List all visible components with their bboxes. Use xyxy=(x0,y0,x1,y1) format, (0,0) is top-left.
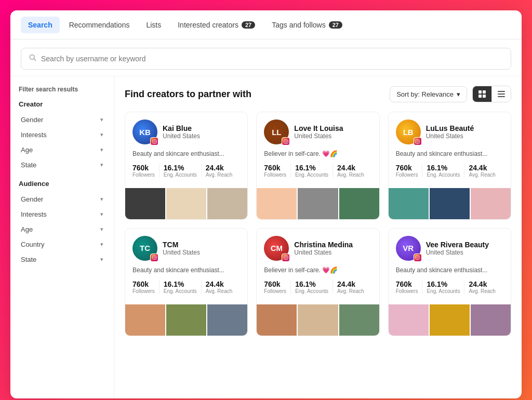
creator-name: TCM xyxy=(163,241,200,249)
avatar-wrap: VR xyxy=(396,236,421,261)
list-view-button[interactable] xyxy=(492,86,511,102)
creator-filter-state[interactable]: State▾ xyxy=(19,157,105,172)
sort-chevron-icon: ▾ xyxy=(457,90,460,98)
creator-filter-gender[interactable]: Gender▾ xyxy=(19,112,105,127)
audience-filter-state[interactable]: State▾ xyxy=(19,252,105,267)
avatar-wrap: CM xyxy=(264,236,289,261)
stats-row: 760k Followers 16.1% Eng. Accounts 24.4k… xyxy=(396,280,503,294)
strip-image-0 xyxy=(389,304,429,336)
chevron-down-icon: ▾ xyxy=(100,196,103,203)
reach-value: 24.4k xyxy=(337,164,364,172)
stat-divider xyxy=(464,280,464,294)
svg-rect-24 xyxy=(416,256,420,260)
svg-rect-2 xyxy=(478,90,482,94)
eng-value: 16.1% xyxy=(427,280,460,288)
filter-title: Filter search results xyxy=(19,86,105,93)
creator-info: Christina Medina United States xyxy=(294,241,353,256)
creator-section-label: Creator xyxy=(19,100,105,108)
creator-card[interactable]: LL Love It Louisa United States Beli xyxy=(256,112,379,220)
chevron-down-icon: ▾ xyxy=(100,226,103,233)
creator-info: TCM United States xyxy=(163,241,200,256)
stat-reach: 24.4k Avg. Reach xyxy=(469,164,496,178)
creator-bio: Beauty and skincare enthusiast... xyxy=(132,266,240,275)
audience-filter-interests[interactable]: Interests▾ xyxy=(19,207,105,222)
search-input[interactable] xyxy=(41,55,503,63)
badge-tags: 27 xyxy=(329,21,342,29)
followers-label: Followers xyxy=(396,172,418,178)
sort-label: Sort by: Relevance xyxy=(396,90,454,98)
instagram-badge-icon xyxy=(282,254,290,262)
strip-image-1 xyxy=(166,304,206,336)
instagram-badge-icon xyxy=(150,254,158,262)
content-header: Find creators to partner with Sort by: R… xyxy=(125,86,511,102)
creator-card[interactable]: KB Kai Blue United States Beauty and xyxy=(125,112,248,220)
audience-filter-country[interactable]: Country▾ xyxy=(19,237,105,252)
stats-row: 760k Followers 16.1% Eng. Accounts 24.4k… xyxy=(132,164,240,178)
stats-row: 760k Followers 16.1% Eng. Accounts 24.4k… xyxy=(264,280,371,294)
creator-bio: Beauty and skincare enthusiast... xyxy=(396,266,503,275)
creator-card[interactable]: CM Christina Medina United States Be xyxy=(256,228,379,336)
creator-card[interactable]: LB LuLus Beauté United States Beauty xyxy=(388,112,511,220)
creator-card[interactable]: TC TCM United States Beauty and skin xyxy=(125,228,248,336)
badge-interested: 27 xyxy=(242,21,255,29)
stat-divider xyxy=(332,280,333,294)
nav-tab-search[interactable]: Search xyxy=(21,17,60,33)
creator-info: LuLus Beauté United States xyxy=(426,124,474,140)
card-top: KB Kai Blue United States Beauty and xyxy=(125,112,247,188)
nav-tab-recommendations[interactable]: Recommendations xyxy=(62,17,137,33)
creator-card[interactable]: VR Vee Rivera Beauty United States B xyxy=(388,228,511,336)
creator-filter-age[interactable]: Age▾ xyxy=(19,142,105,157)
sort-button[interactable]: Sort by: Relevance ▾ xyxy=(390,86,467,102)
eng-value: 16.1% xyxy=(295,280,328,288)
reach-label: Avg. Reach xyxy=(337,172,364,178)
creator-info: Love It Louisa United States xyxy=(294,124,343,140)
followers-value: 760k xyxy=(396,164,418,172)
main-layout: Filter search results Creator Gender▾Int… xyxy=(10,76,522,398)
chevron-down-icon: ▾ xyxy=(100,211,103,218)
eng-label: Eng. Accounts xyxy=(164,288,197,294)
header-right: Sort by: Relevance ▾ xyxy=(390,86,511,102)
creator-identity: LL Love It Louisa United States xyxy=(264,119,371,144)
reach-label: Avg. Reach xyxy=(469,172,496,178)
eng-label: Eng. Accounts xyxy=(164,172,197,178)
filter-label: Interests xyxy=(21,131,47,139)
stats-row: 760k Followers 16.1% Eng. Accounts 24.4k… xyxy=(264,164,371,178)
svg-point-16 xyxy=(417,140,418,142)
reach-value: 24.4k xyxy=(206,164,233,172)
image-strip xyxy=(257,188,379,219)
filter-label: State xyxy=(21,161,36,169)
filter-label: Interests xyxy=(21,210,47,218)
creator-country: United States xyxy=(163,249,200,256)
image-strip xyxy=(125,188,247,219)
svg-point-19 xyxy=(153,257,155,258)
stat-eng: 16.1% Eng. Accounts xyxy=(295,164,328,178)
reach-label: Avg. Reach xyxy=(337,288,364,294)
svg-point-26 xyxy=(418,256,419,257)
grid-view-button[interactable] xyxy=(473,86,492,102)
filter-label: Gender xyxy=(21,116,43,124)
eng-value: 16.1% xyxy=(164,164,197,172)
eng-label: Eng. Accounts xyxy=(427,172,460,178)
chevron-down-icon: ▾ xyxy=(100,116,103,123)
audience-section-label: Audience xyxy=(19,180,105,188)
sidebar: Filter search results Creator Gender▾Int… xyxy=(10,76,114,398)
stat-divider xyxy=(290,280,291,294)
audience-filter-age[interactable]: Age▾ xyxy=(19,222,105,237)
stat-followers: 760k Followers xyxy=(132,280,155,294)
audience-filter-gender[interactable]: Gender▾ xyxy=(19,192,105,207)
stat-eng: 16.1% Eng. Accounts xyxy=(427,164,460,178)
search-bar xyxy=(21,48,511,70)
reach-label: Avg. Reach xyxy=(206,172,233,178)
strip-image-1 xyxy=(166,188,206,219)
nav-tab-lists[interactable]: Lists xyxy=(139,17,168,33)
top-nav: SearchRecommendationsListsInterested cre… xyxy=(10,10,522,39)
creator-name: Kai Blue xyxy=(163,124,200,132)
nav-tab-interested[interactable]: Interested creators27 xyxy=(170,17,262,33)
search-bar-wrap xyxy=(10,39,522,76)
creator-filter-interests[interactable]: Interests▾ xyxy=(19,127,105,142)
nav-tab-tags[interactable]: Tags and follows27 xyxy=(264,17,350,33)
followers-value: 760k xyxy=(264,280,286,288)
eng-value: 16.1% xyxy=(427,164,460,172)
followers-label: Followers xyxy=(132,172,155,178)
creator-name: Love It Louisa xyxy=(294,124,343,132)
